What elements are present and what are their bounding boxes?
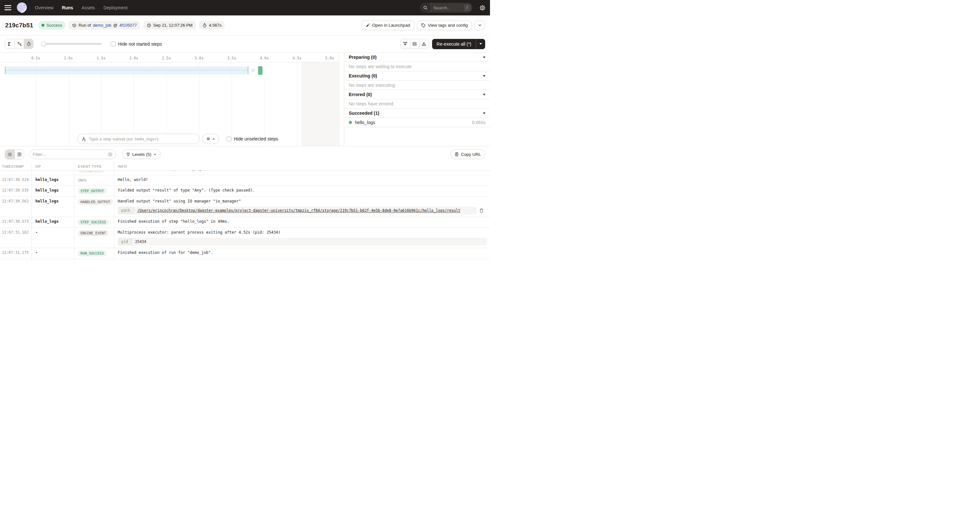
slider-knob[interactable] (41, 41, 46, 46)
panel-step-row[interactable]: hello_logs0.065s (344, 118, 490, 127)
axis-tick-label: 1.0s (62, 56, 76, 60)
job-link[interactable]: demo_job (93, 23, 111, 28)
axis-tick-label: 1.5s (94, 56, 108, 60)
timestamp-tag: Sep 21, 12:07:26 PM (143, 21, 196, 30)
gantt-gridline (166, 62, 167, 146)
settings-gear-icon[interactable] (479, 5, 485, 11)
chevron-up-icon (212, 137, 215, 141)
log-timestamp: 12:07:30.562 (0, 199, 32, 204)
panel-section-errored[interactable]: Errored (0) (344, 90, 490, 99)
clear-filter-icon[interactable] (108, 152, 113, 157)
nav-item-runs[interactable]: Runs (62, 5, 73, 10)
nav-item-deployment[interactable]: Deployment (103, 5, 127, 10)
log-timestamp: 12:07:30.535 (0, 188, 32, 193)
section-caret-icon[interactable] (483, 57, 485, 58)
axis-tick-label: 5.0s (323, 56, 337, 60)
view-timed-button[interactable] (24, 39, 33, 49)
panel-empty-message: No steps are executing (344, 81, 490, 90)
open-in-launchpad-button[interactable]: Open in Launchpad (362, 21, 414, 30)
hamburger-menu-icon[interactable] (5, 5, 12, 11)
log-event-type-cell: STEP_SUCCESS (74, 219, 114, 225)
log-event-type-cell: STEP_OUTPUT (74, 188, 114, 194)
metadata-box: pid25434 (118, 238, 487, 246)
gantt-zoom-slider[interactable] (41, 39, 102, 49)
log-row: 12:07:31.162-ENGINE_EVENTMultiprocess ex… (0, 228, 490, 248)
section-caret-icon[interactable] (483, 75, 485, 77)
gantt-body: Type a step subset (ex: hello_logs+) Hid… (0, 62, 339, 146)
log-op: - (32, 230, 74, 235)
log-op: - (32, 250, 74, 255)
log-metadata: pid25434 (118, 238, 487, 246)
axis-tick-label: 4.5s (290, 56, 304, 60)
section-caret-icon[interactable] (483, 113, 485, 114)
split-layout-group (400, 39, 429, 49)
expand-bottom-button[interactable] (419, 39, 428, 49)
panel-section-title: Executing (0) (349, 73, 377, 78)
panel-section-preparing[interactable]: Preparing (0) (344, 53, 490, 62)
view-flat-button[interactable] (5, 39, 14, 49)
log-message: Finished execution of step "hello_logs" … (118, 219, 487, 224)
log-op: hello_logs (32, 177, 74, 182)
log-filter-input[interactable]: Filter... (29, 149, 116, 159)
view-tags-config-button[interactable]: View tags and config (417, 21, 472, 30)
history-icon (72, 23, 76, 28)
log-event-type-cell: INFO (74, 177, 114, 183)
collapse-to-top-button[interactable] (401, 39, 410, 49)
step-subset-input[interactable]: Type a step subset (ex: hello_logs+) (77, 134, 199, 144)
collapse-down-icon (403, 41, 408, 46)
log-info-cell: Started execution of step "hello_logs". (114, 171, 490, 171)
log-row: 12:07:30.562hello_logsHANDLED_OUTPUTHand… (0, 197, 490, 217)
axis-tick-label: 2.0s (127, 56, 141, 60)
gantt-gridline (264, 62, 265, 146)
panel-section-title: Errored (0) (349, 92, 372, 97)
event-type-badge: STEP_SUCCESS (78, 219, 108, 225)
copy-path-icon[interactable] (479, 208, 484, 213)
checkbox-box[interactable] (226, 136, 231, 141)
log-table-header: Timestamp Op Event type Info (0, 162, 490, 171)
hide-unselected-checkbox[interactable]: Hide unselected steps (226, 136, 278, 141)
commit-link[interactable]: 4f105077 (119, 23, 137, 28)
metadata-value: 25434 (132, 238, 487, 246)
split-view-button[interactable] (410, 39, 419, 49)
reexecute-all-button[interactable]: Re-execute all (*) (432, 39, 485, 49)
checkbox-box[interactable] (111, 41, 116, 46)
log-row: 12:07:31.175-RUN_SUCCESSFinished executi… (0, 248, 490, 259)
panel-section-succeeded[interactable]: Succeeded (1) (344, 109, 490, 118)
log-structured-view-button[interactable] (14, 150, 24, 159)
nav-item-overview[interactable]: Overview (35, 5, 53, 10)
event-type-badge: INFO (78, 178, 86, 183)
section-caret-icon[interactable] (483, 94, 485, 95)
log-event-type-cell: STEP_START (74, 171, 114, 173)
levels-filter-button[interactable]: Levels (5) (122, 149, 161, 159)
metadata-path-link[interactable]: /Users/erincochran/Desktop/dagster-examp… (137, 208, 460, 213)
search-input[interactable]: Search... / (420, 3, 472, 13)
log-list-view-button[interactable] (5, 150, 14, 159)
structured-view-icon (17, 152, 22, 157)
log-op: hello_logs (32, 199, 74, 204)
axis-tick-label: 4.0s (258, 56, 272, 60)
hide-not-started-checkbox[interactable]: Hide not started steps (111, 41, 162, 47)
log-timestamp: 12:07:31.162 (0, 230, 32, 235)
status-badge: Success (38, 21, 65, 30)
graph-query-toggle-button[interactable] (202, 134, 219, 144)
copy-url-button[interactable]: Copy URL (450, 149, 485, 159)
nav-item-assets[interactable]: Assets (81, 5, 95, 10)
metadata-value: /Users/erincochran/Desktop/dagster-examp… (134, 207, 477, 214)
log-info-cell: Multiprocess executor: parent process ex… (114, 230, 490, 246)
log-message: Finished execution of run for "demo_job"… (118, 250, 487, 255)
header-more-actions-button[interactable] (474, 21, 485, 30)
expand-up-icon (422, 41, 426, 46)
axis-tick-label: 2.5s (159, 56, 173, 60)
log-info-cell: Yielded output "result" of type "Any". (… (114, 188, 490, 193)
op-selector-icon (81, 136, 86, 141)
log-rows: STEP_STARTStarted execution of step "hel… (0, 171, 490, 260)
step-bar-hello-logs[interactable] (258, 66, 262, 75)
panel-section-executing[interactable]: Executing (0) (344, 71, 490, 81)
log-message: Handled output "result" using IO manager… (118, 199, 487, 204)
dagster-logo[interactable] (16, 1, 28, 14)
view-waterfall-button[interactable] (14, 39, 24, 49)
metadata-key: pid (118, 238, 132, 246)
step-duration: 0.065s (472, 120, 485, 125)
reexecute-dropdown-caret[interactable] (476, 39, 485, 49)
log-info-cell: Handled output "result" using IO manager… (114, 199, 490, 214)
